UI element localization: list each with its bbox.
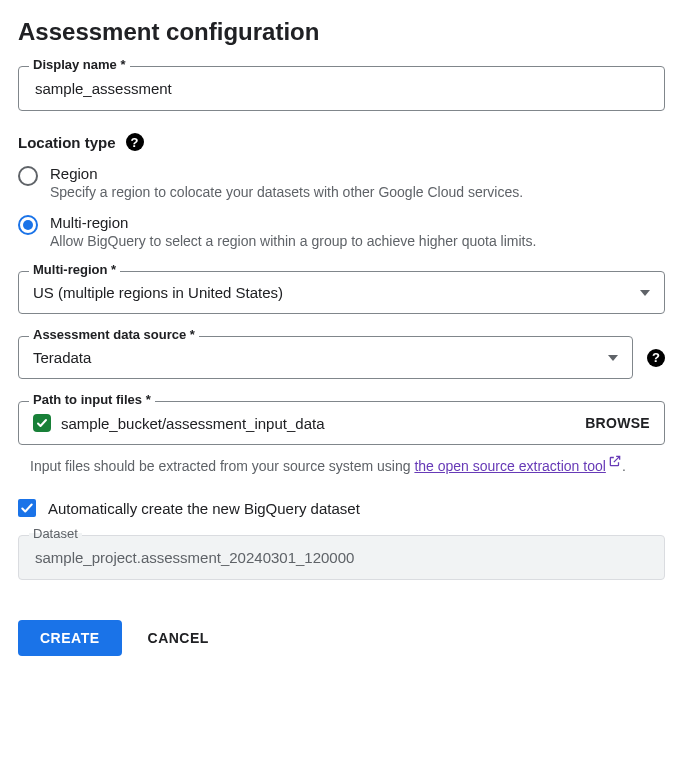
location-type-label: Location type bbox=[18, 134, 116, 151]
path-label: Path to input files * bbox=[29, 392, 155, 407]
help-icon[interactable]: ? bbox=[126, 133, 144, 151]
dataset-label: Dataset bbox=[29, 526, 82, 541]
radio-region[interactable]: Region Specify a region to colocate your… bbox=[18, 165, 665, 200]
page-title: Assessment configuration bbox=[18, 18, 665, 46]
display-name-input[interactable] bbox=[33, 79, 650, 98]
help-icon[interactable]: ? bbox=[647, 349, 665, 367]
display-name-label: Display name * bbox=[29, 57, 130, 72]
auto-create-row[interactable]: Automatically create the new BigQuery da… bbox=[18, 499, 665, 517]
data-source-label: Assessment data source * bbox=[29, 327, 199, 342]
radio-multiregion[interactable]: Multi-region Allow BigQuery to select a … bbox=[18, 214, 665, 249]
auto-create-label: Automatically create the new BigQuery da… bbox=[48, 500, 360, 517]
path-hint: Input files should be extracted from you… bbox=[30, 453, 665, 477]
external-link-icon bbox=[608, 453, 622, 474]
multiregion-select[interactable]: Multi-region * US (multiple regions in U… bbox=[18, 271, 665, 314]
auto-create-checkbox[interactable] bbox=[18, 499, 36, 517]
display-name-field[interactable]: Display name * bbox=[18, 66, 665, 111]
create-button[interactable]: CREATE bbox=[18, 620, 122, 656]
multiregion-value: US (multiple regions in United States) bbox=[33, 284, 283, 301]
chevron-down-icon bbox=[608, 355, 618, 361]
cancel-button[interactable]: CANCEL bbox=[144, 620, 213, 656]
radio-region-title: Region bbox=[50, 165, 523, 182]
extraction-tool-link[interactable]: the open source extraction tool bbox=[414, 458, 621, 474]
path-value: sample_bucket/assessment_input_data bbox=[61, 415, 325, 432]
dataset-field: Dataset bbox=[18, 535, 665, 580]
radio-multiregion-desc: Allow BigQuery to select a region within… bbox=[50, 233, 536, 249]
valid-check-icon bbox=[33, 414, 51, 432]
chevron-down-icon bbox=[640, 290, 650, 296]
data-source-select[interactable]: Assessment data source * Teradata bbox=[18, 336, 633, 379]
radio-region-button[interactable] bbox=[18, 166, 38, 186]
radio-multiregion-title: Multi-region bbox=[50, 214, 536, 231]
dataset-input bbox=[33, 548, 650, 567]
radio-region-desc: Specify a region to colocate your datase… bbox=[50, 184, 523, 200]
data-source-value: Teradata bbox=[33, 349, 91, 366]
browse-button[interactable]: BROWSE bbox=[585, 415, 650, 431]
multiregion-label: Multi-region * bbox=[29, 262, 120, 277]
path-field[interactable]: Path to input files * sample_bucket/asse… bbox=[18, 401, 665, 445]
radio-multiregion-button[interactable] bbox=[18, 215, 38, 235]
